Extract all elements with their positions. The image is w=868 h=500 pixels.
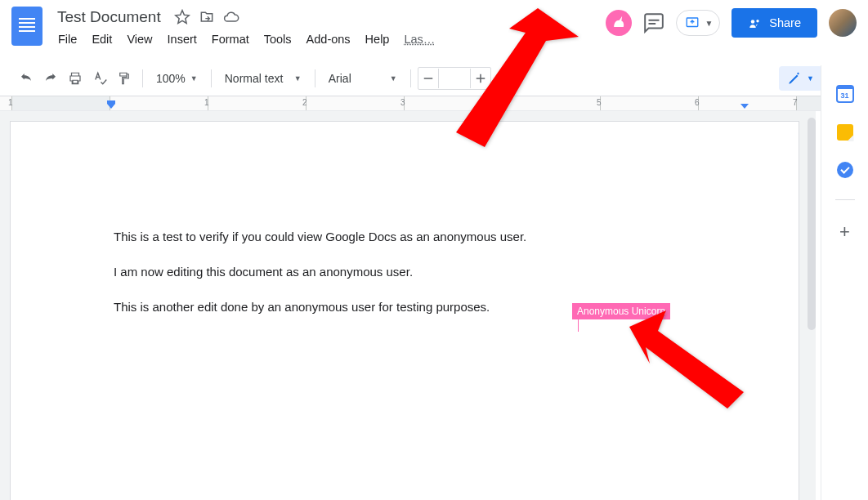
left-indent-marker[interactable] (107, 104, 115, 111)
docs-home-icon[interactable] (11, 7, 43, 46)
pencil-icon (787, 71, 802, 86)
menu-last-edit[interactable]: Las… (398, 29, 441, 49)
move-icon[interactable] (199, 9, 215, 25)
svg-marker-3 (456, 8, 579, 147)
vertical-scrollbar[interactable] (808, 118, 816, 330)
anonymous-collab-avatar[interactable] (606, 10, 632, 36)
menu-edit[interactable]: Edit (86, 29, 118, 49)
menu-insert[interactable]: Insert (162, 29, 203, 49)
present-button[interactable]: ▼ (676, 10, 720, 36)
present-icon (683, 16, 701, 30)
share-button[interactable]: Share (732, 8, 817, 38)
menu-file[interactable]: File (52, 29, 83, 49)
paragraph[interactable]: I am now editing this document as an ano… (114, 263, 705, 280)
comment-icon (643, 12, 664, 33)
toolbar: 100%▼ Normal text▼ Arial▼ ••• ▼ (0, 60, 868, 96)
share-label: Share (769, 16, 801, 29)
annotation-arrow (448, 8, 579, 147)
document-body[interactable]: This is a test to verify if you could vi… (11, 122, 799, 315)
print-button[interactable] (64, 65, 87, 92)
svg-point-2 (757, 20, 759, 22)
comment-history-button[interactable] (643, 12, 664, 33)
font-select[interactable]: Arial▼ (322, 69, 404, 88)
menu-format[interactable]: Format (206, 29, 255, 49)
document-canvas: This is a test to verify if you could vi… (0, 111, 816, 500)
editing-mode-button[interactable]: ▼ (779, 66, 822, 91)
zoom-select[interactable]: 100%▼ (150, 69, 204, 88)
annotation-arrow (629, 310, 744, 408)
collaborator-cursor (578, 317, 579, 332)
paragraph-style-select[interactable]: Normal text▼ (218, 69, 308, 88)
calendar-app-button[interactable] (836, 85, 854, 103)
right-indent-marker[interactable] (740, 104, 749, 109)
undo-button[interactable] (15, 65, 38, 92)
paragraph[interactable]: This is a test to verify if you could vi… (114, 228, 705, 245)
share-icon (748, 16, 763, 30)
cloud-status-icon[interactable] (223, 9, 239, 25)
redo-button[interactable] (39, 65, 62, 92)
menu-tools[interactable]: Tools (258, 29, 298, 49)
user-avatar[interactable] (829, 9, 857, 37)
unicorn-icon (611, 15, 627, 31)
present-caret-icon: ▼ (705, 19, 713, 28)
menu-view[interactable]: View (121, 29, 158, 49)
side-separator (835, 199, 855, 200)
side-panel: + (821, 65, 868, 500)
svg-point-1 (751, 20, 755, 24)
font-size-decrease[interactable] (418, 68, 438, 89)
ruler[interactable]: 1 1 2 3 4 5 6 7 (0, 96, 868, 111)
menu-help[interactable]: Help (360, 29, 396, 49)
add-addon-button[interactable]: + (839, 221, 850, 243)
spellcheck-button[interactable] (88, 65, 111, 92)
keep-app-button[interactable] (837, 124, 853, 141)
paint-format-button[interactable] (113, 65, 136, 92)
star-icon[interactable] (174, 9, 190, 25)
svg-marker-4 (629, 310, 744, 408)
tasks-app-button[interactable] (837, 162, 853, 178)
menu-addons[interactable]: Add-ons (301, 29, 356, 49)
document-title[interactable]: Test Document (52, 7, 166, 28)
